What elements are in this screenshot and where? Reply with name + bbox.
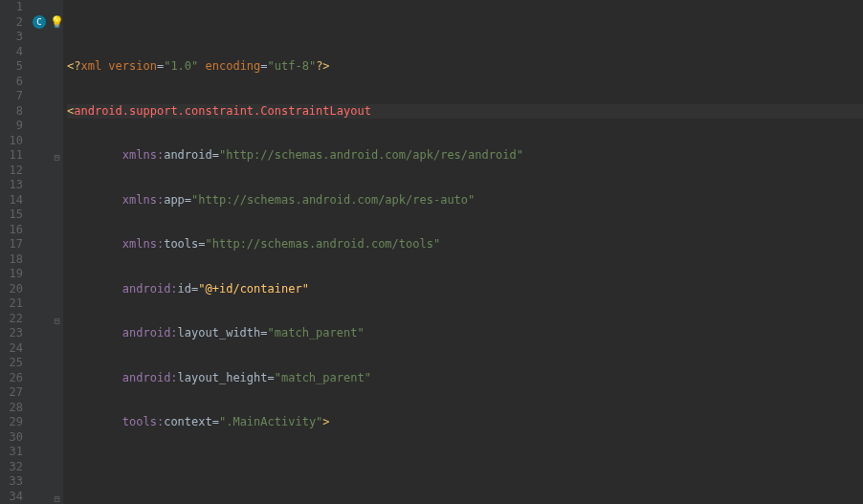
line-number: 27 — [6, 385, 23, 401]
code-area[interactable]: 💡 <?xml version="1.0" encoding="utf-8"?>… — [63, 0, 863, 504]
line-number: 33 — [6, 474, 23, 490]
line-number-gutter: 1234567891011121314151617181920212223242… — [0, 0, 31, 504]
fold-toggle-icon[interactable]: ⊟ — [53, 492, 61, 505]
line-number: 29 — [6, 415, 23, 430]
line-number: 18 — [6, 252, 23, 268]
code-editor: 1234567891011121314151617181920212223242… — [0, 0, 863, 504]
line-number: 31 — [6, 445, 23, 460]
code-line: xmlns:android="http://schemas.android.co… — [67, 148, 863, 164]
fold-gutter: ⊟⊟⊟⊟ — [52, 0, 63, 504]
line-number: 19 — [6, 267, 23, 282]
line-number: 25 — [6, 356, 23, 371]
line-number: 23 — [6, 326, 23, 341]
line-number: 24 — [6, 341, 23, 357]
fold-toggle-icon[interactable]: ⊟ — [53, 314, 61, 329]
line-number: 26 — [6, 371, 23, 386]
line-number: 7 — [6, 89, 23, 104]
line-number: 11 — [6, 148, 23, 164]
line-number: 9 — [6, 119, 23, 134]
line-number: 30 — [6, 430, 23, 446]
line-number: 10 — [6, 134, 23, 149]
code-line: tools:context=".MainActivity"> — [67, 415, 863, 430]
line-number: 6 — [6, 75, 23, 90]
line-number: 8 — [6, 104, 23, 120]
line-number: 34 — [6, 490, 23, 505]
line-number: 12 — [6, 164, 23, 179]
line-number: 32 — [6, 460, 23, 475]
line-number: 21 — [6, 296, 23, 312]
marker-gutter: C — [31, 0, 52, 504]
line-number: 17 — [6, 237, 23, 252]
fold-toggle-icon[interactable]: ⊟ — [53, 150, 61, 165]
line-number: 4 — [6, 45, 23, 60]
line-number: 15 — [6, 208, 23, 223]
line-number: 22 — [6, 312, 23, 327]
line-number: 5 — [6, 59, 23, 75]
line-number: 2 — [6, 15, 23, 31]
code-line: <?xml version="1.0" encoding="utf-8"?> — [67, 59, 863, 75]
class-marker-icon[interactable]: C — [33, 15, 46, 29]
line-number: 28 — [6, 401, 23, 416]
line-number: 20 — [6, 282, 23, 297]
line-number: 16 — [6, 223, 23, 238]
code-line: xmlns:tools="http://schemas.android.com/… — [67, 237, 863, 252]
code-line: android:id="@+id/container" — [67, 282, 863, 297]
bulb-icon[interactable]: 💡 — [50, 15, 63, 29]
line-number: 14 — [6, 193, 23, 208]
code-line: xmlns:app="http://schemas.android.com/ap… — [67, 193, 863, 208]
code-line: android:layout_height="match_parent" — [67, 371, 863, 386]
line-number: 1 — [6, 0, 23, 15]
code-line — [67, 460, 863, 475]
line-number: 13 — [6, 178, 23, 193]
line-number: 3 — [6, 30, 23, 45]
code-line: android:layout_width="match_parent" — [67, 326, 863, 341]
code-line: <android.support.constraint.ConstraintLa… — [67, 104, 863, 120]
